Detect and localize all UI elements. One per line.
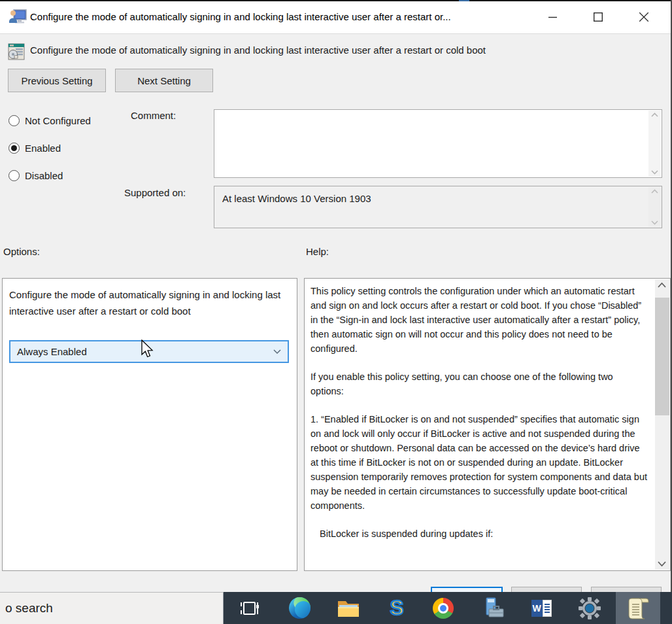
help-paragraph: This policy setting controls the configu… (311, 284, 647, 356)
setting-title: Configure the mode of automatically sign… (30, 44, 651, 56)
comment-label: Comment: (131, 110, 176, 121)
supported-on-box: At least Windows 10 Version 1903 (214, 186, 662, 228)
maximize-button[interactable] (583, 1, 613, 33)
maximize-icon (594, 12, 603, 22)
close-icon (639, 12, 648, 22)
radio-label: Enabled (25, 143, 61, 154)
skype-icon: S (390, 597, 404, 620)
options-section-label: Options: (3, 246, 40, 257)
window-title: Configure the mode of automatically sign… (30, 11, 451, 22)
close-button[interactable] (629, 1, 659, 33)
help-scrollbar[interactable] (655, 279, 669, 570)
word-icon: W (531, 600, 552, 617)
supported-on-value: At least Windows 10 Version 1903 (222, 193, 371, 204)
help-paragraph: If you enable this policy setting, you c… (311, 370, 647, 398)
policy-window-icon (9, 9, 27, 26)
radio-circle (8, 115, 20, 126)
scroll-up-icon (651, 113, 658, 118)
supported-on-label: Supported on: (124, 187, 186, 198)
scroll-up-icon (657, 282, 667, 288)
taskbar-group-policy-button[interactable] (623, 592, 653, 624)
help-paragraph: BitLocker is suspended during updates if… (311, 527, 647, 541)
help-section-label: Help: (306, 246, 329, 257)
screen: Configure the mode of automatically sign… (0, 0, 672, 624)
radio-label: Not Configured (25, 115, 91, 126)
taskbar: o search (0, 592, 672, 624)
help-panel: This policy setting controls the configu… (304, 278, 671, 571)
taskbar-word-button[interactable]: W (526, 592, 556, 624)
option-description: Configure the mode of automatically sign… (9, 286, 292, 319)
title-bar: Configure the mode of automatically sign… (0, 1, 671, 34)
settings-gear-icon (579, 597, 601, 619)
comment-textarea[interactable] (214, 109, 662, 178)
taskbar-settings-button[interactable] (575, 592, 605, 624)
radio-circle (8, 170, 20, 181)
scroll-up-icon (651, 189, 658, 194)
mouse-cursor (141, 339, 154, 358)
setting-icon (8, 43, 25, 60)
radio-disabled[interactable]: Disabled (8, 169, 63, 182)
previous-setting-label: Previous Setting (21, 75, 92, 86)
minimize-icon (548, 13, 557, 22)
help-text: This policy setting controls the configu… (311, 284, 647, 555)
radio-not-configured[interactable]: Not Configured (8, 114, 91, 127)
radio-label: Disabled (25, 170, 63, 181)
taskbar-computer-management-button[interactable] (478, 592, 508, 624)
word-letter-tile: W (531, 600, 543, 617)
task-view-icon (239, 598, 260, 619)
taskbar-file-explorer-button[interactable] (333, 592, 363, 624)
minimize-button[interactable] (537, 1, 567, 33)
group-policy-scroll-icon (626, 597, 650, 620)
mode-dropdown-value: Always Enabled (17, 346, 87, 357)
taskbar-search-box[interactable]: o search (0, 592, 224, 624)
previous-setting-button[interactable]: Previous Setting (8, 69, 106, 92)
options-panel: Configure the mode of automatically sign… (2, 278, 297, 571)
edge-icon (289, 597, 311, 619)
help-paragraph: 1. “Enabled if BitLocker is on and not s… (311, 412, 647, 513)
help-scroll-thumb[interactable] (655, 298, 669, 415)
scroll-down-icon (651, 169, 658, 175)
file-explorer-icon (337, 599, 360, 617)
taskbar-chrome-button[interactable] (428, 592, 458, 624)
taskbar-skype-button[interactable]: S (382, 592, 412, 624)
taskbar-search-text: o search (5, 601, 53, 615)
chevron-down-icon (273, 349, 281, 355)
supported-on-scrollbar[interactable] (648, 187, 661, 227)
computer-management-icon (481, 597, 505, 619)
scroll-down-icon (657, 561, 667, 567)
radio-enabled[interactable]: Enabled (8, 141, 61, 154)
scroll-down-icon (651, 220, 658, 225)
next-setting-label: Next Setting (137, 75, 191, 86)
radio-circle (8, 143, 20, 154)
taskbar-task-view-button[interactable] (235, 592, 265, 624)
next-setting-button[interactable]: Next Setting (115, 69, 213, 92)
taskbar-edge-button[interactable] (284, 592, 314, 624)
comment-scrollbar[interactable] (648, 111, 661, 177)
chrome-icon (433, 598, 454, 619)
word-document-lines (543, 600, 552, 617)
